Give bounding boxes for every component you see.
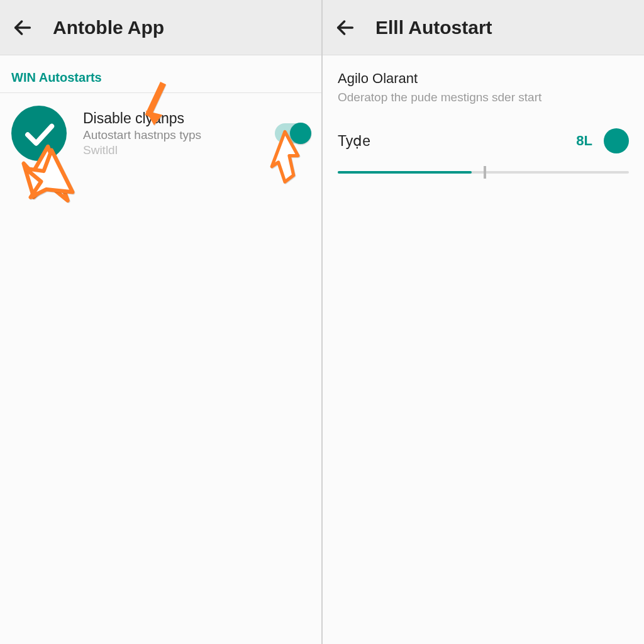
right-appbar: Elll Autostart bbox=[323, 0, 644, 55]
check-icon bbox=[22, 116, 56, 150]
back-arrow-icon bbox=[335, 17, 356, 38]
slider-row: Tyḍe 8L bbox=[323, 109, 644, 153]
item-subtitle-1: Autostart hastnps typs bbox=[83, 128, 258, 142]
item-subtitle-2: Switldl bbox=[83, 143, 258, 157]
back-button-right[interactable] bbox=[330, 13, 360, 43]
desc-title: Agilo Olarant bbox=[338, 70, 629, 87]
slider-value: 8L bbox=[576, 133, 592, 149]
back-button-left[interactable] bbox=[8, 13, 38, 43]
left-pane: Antoble App WIN Autostarts Disable clyan… bbox=[0, 0, 321, 644]
slider-track[interactable] bbox=[338, 171, 629, 174]
slider-label: Tyḍe bbox=[338, 133, 370, 150]
toggle-knob bbox=[290, 123, 311, 144]
right-pane: Elll Autostart Agilo Olarant Oderatop th… bbox=[323, 0, 644, 644]
item-title: Disable clyanps bbox=[83, 110, 258, 127]
toggle-switch[interactable] bbox=[275, 123, 310, 143]
left-appbar: Antoble App bbox=[0, 0, 321, 55]
desc-subtitle: Oderatop the pude mestigns sder start bbox=[338, 91, 629, 104]
check-avatar bbox=[11, 106, 67, 161]
slider-thumb[interactable] bbox=[604, 128, 629, 153]
right-title: Elll Autostart bbox=[375, 17, 492, 38]
description-block: Agilo Olarant Oderatop the pude mestigns… bbox=[323, 55, 644, 109]
slider-tick bbox=[484, 166, 486, 179]
item-text-block: Disable clyanps Autostart hastnps typs S… bbox=[83, 110, 258, 157]
section-label: WIN Autostarts bbox=[0, 55, 321, 92]
slider-track-fill bbox=[338, 171, 472, 174]
list-item-disable[interactable]: Disable clyanps Autostart hastnps typs S… bbox=[0, 93, 321, 174]
back-arrow-icon bbox=[12, 17, 33, 38]
left-title: Antoble App bbox=[53, 17, 164, 38]
